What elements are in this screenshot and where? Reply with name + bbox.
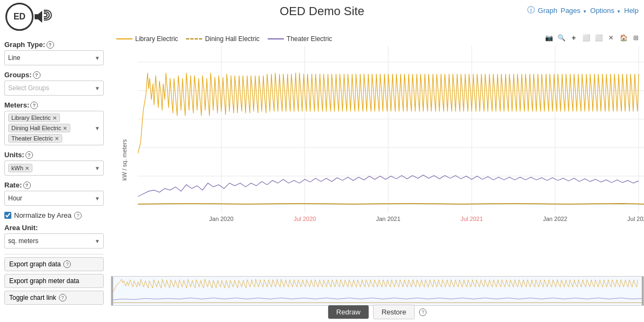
sidebar: Graph Type: ? Line ▼ Groups: ? Select Gr… [0, 38, 108, 310]
normalize-help-icon[interactable]: ? [74, 212, 82, 219]
options-nav-link[interactable]: Options [590, 6, 621, 15]
restore-button[interactable]: Restore [373, 305, 415, 319]
house-icon[interactable]: 🏠 [618, 32, 629, 43]
export-graph-button[interactable]: Export graph data ? [4, 257, 104, 271]
bottom-buttons: Redraw Restore ? [328, 305, 427, 319]
export-graph-help-icon[interactable]: ? [63, 260, 71, 268]
graph-type-field: Graph Type: ? Line ▼ [4, 41, 104, 65]
groups-select[interactable]: Select Groups ▼ [4, 81, 104, 96]
legend-item-library: Library Electric [116, 35, 178, 43]
header: ED OED Demo Site ⓘ Graph Pages Options H… [0, 0, 644, 23]
legend-item-theater: Theater Electric [268, 35, 332, 43]
svg-text:Jul 2020: Jul 2020 [294, 216, 316, 222]
graph-type-arrow-icon: ▼ [95, 55, 100, 61]
chart-toolbar: 📷 🔍 + ⬜ ⬜ ✕ 🏠 ⊞ [543, 32, 641, 43]
camera-icon[interactable]: 📷 [543, 32, 554, 43]
normalize-area-checkbox[interactable] [4, 212, 11, 219]
header-navigation: ⓘ Graph Pages Options Help [527, 5, 639, 15]
meter-tag-dining: Dining Hall Electric ✕ [8, 124, 70, 132]
area-unit-label: Area Unit: [4, 224, 104, 232]
units-help-icon[interactable]: ? [25, 151, 33, 159]
svg-text:Jul 2022: Jul 2022 [627, 216, 644, 222]
mini-chart-svg [111, 277, 643, 305]
normalize-area-row: Normalize by Area ? [4, 211, 104, 219]
unit-tag-kwh-remove[interactable]: ✕ [25, 165, 29, 171]
meters-label: Meters: ? [4, 101, 104, 109]
rate-help-icon[interactable]: ? [23, 182, 31, 189]
units-arrow-icon: ▼ [95, 165, 100, 171]
options-dropdown-arrow [614, 6, 621, 15]
export-meter-button[interactable]: Export graph meter data [4, 274, 104, 288]
groups-field: Groups: ? Select Groups ▼ [4, 71, 104, 96]
groups-arrow-icon: ▼ [95, 85, 100, 91]
svg-text:Jul 2021: Jul 2021 [461, 216, 483, 222]
units-label: Units: ? [4, 151, 104, 159]
rate-label: Rate: ? [4, 181, 104, 189]
main-chart-svg: 0.25 0.2 0.15 0.1 0.05 0 Jan 2020 Jul 20… [138, 46, 644, 250]
meter-tag-theater-remove[interactable]: ✕ [55, 136, 59, 142]
zoom-in-icon[interactable]: 🔍 [556, 32, 567, 43]
help-nav-link[interactable]: Help [624, 6, 639, 15]
box-select-icon[interactable]: ⬜ [581, 32, 592, 43]
area-unit-arrow-icon: ▼ [95, 238, 100, 244]
sidebar-divider [4, 254, 104, 254]
meter-tag-theater: Theater Electric ✕ [8, 134, 62, 143]
page-title: OED Demo Site [280, 4, 364, 18]
rate-arrow-icon: ▼ [95, 196, 100, 202]
range-selection[interactable] [111, 277, 643, 305]
lasso-icon[interactable]: ⬜ [593, 32, 604, 43]
logo-text: ED [5, 3, 34, 31]
units-field: Units: ? kWh ✕ ▼ [4, 151, 104, 176]
legend-line-theater [268, 38, 284, 39]
redraw-button[interactable]: Redraw [328, 305, 369, 319]
pages-dropdown-arrow [581, 6, 587, 15]
range-handle-right[interactable] [642, 277, 643, 305]
help-circle-icon[interactable]: ⓘ [527, 5, 535, 15]
chart-legend: Library Electric Dining Hall Electric Th… [116, 35, 332, 43]
bottom-help-icon[interactable]: ? [419, 308, 427, 316]
graph-type-select[interactable]: Line ▼ [4, 50, 104, 65]
area-unit-field: Area Unit: sq. meters ▼ [4, 224, 104, 249]
rate-field: Rate: ? Hour ▼ [4, 181, 104, 206]
svg-text:Jan 2022: Jan 2022 [543, 216, 567, 222]
logo: ED [5, 3, 52, 31]
zoom-plus-icon[interactable]: + [568, 32, 579, 43]
meter-tag-library: Library Electric ✕ [8, 113, 60, 122]
graph-nav-link[interactable]: Graph [538, 6, 557, 15]
groups-placeholder: Select Groups [8, 84, 49, 92]
units-select[interactable]: kWh ✕ ▼ [4, 160, 104, 176]
toggle-chart-button[interactable]: Toggle chart link ? [4, 291, 104, 305]
legend-line-dining [186, 38, 202, 39]
meters-arrow-icon: ▼ [95, 125, 100, 131]
meters-help-icon[interactable]: ? [30, 102, 38, 109]
logo-speaker-icon [35, 11, 52, 23]
legend-line-library [116, 38, 132, 39]
range-handle-left[interactable] [111, 277, 113, 305]
table-icon[interactable]: ⊞ [630, 32, 641, 43]
mini-chart-container[interactable] [111, 276, 644, 306]
groups-help-icon[interactable]: ? [33, 71, 41, 79]
legend-item-dining: Dining Hall Electric [186, 35, 260, 43]
zoom-out-icon[interactable]: ✕ [606, 32, 616, 43]
rate-select[interactable]: Hour ▼ [4, 191, 104, 206]
meters-field: Meters: ? Library Electric ✕ Dining Hall… [4, 101, 104, 145]
svg-text:Jan 2020: Jan 2020 [209, 216, 234, 222]
meter-tag-library-remove[interactable]: ✕ [52, 115, 57, 121]
groups-label: Groups: ? [4, 71, 104, 79]
unit-tag-kwh: kWh ✕ [8, 164, 32, 172]
graph-type-label: Graph Type: ? [4, 41, 104, 49]
svg-text:Jan 2021: Jan 2021 [376, 216, 401, 222]
main-chart-area: Library Electric Dining Hall Electric Th… [111, 32, 644, 322]
y-axis-label: kW / sq. meters [121, 139, 128, 180]
area-unit-select[interactable]: sq. meters ▼ [4, 233, 104, 249]
toggle-chart-help-icon[interactable]: ? [59, 294, 67, 301]
graph-type-help-icon[interactable]: ? [47, 41, 54, 49]
pages-nav-link[interactable]: Pages [561, 6, 587, 15]
meters-select[interactable]: Library Electric ✕ Dining Hall Electric … [4, 111, 104, 145]
chart-container: kW / sq. meters 0.25 0.2 0.15 0.1 0.05 0 [111, 46, 644, 273]
meter-tag-dining-remove[interactable]: ✕ [63, 125, 67, 131]
